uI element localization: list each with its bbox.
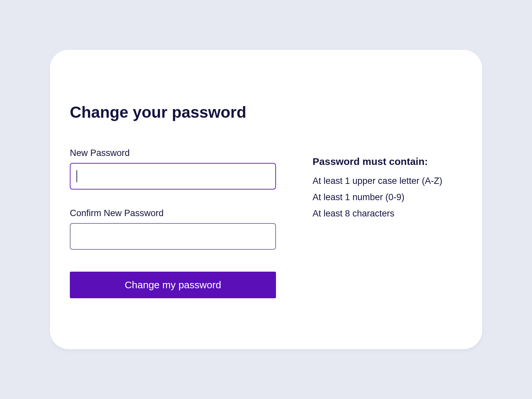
new-password-label: New Password (70, 148, 276, 158)
password-rules: Password must contain: At least 1 upper … (313, 148, 462, 225)
rules-heading: Password must contain: (313, 156, 462, 167)
new-password-input[interactable] (70, 163, 276, 190)
new-password-group: New Password (70, 148, 276, 190)
page-title: Change your password (70, 103, 462, 121)
new-password-input-wrap (70, 163, 276, 190)
password-form: New Password Confirm New Password Change… (70, 148, 276, 298)
text-cursor-icon (76, 170, 77, 182)
change-password-card: Change your password New Password Confir… (50, 50, 482, 349)
rules-list: At least 1 upper case letter (A-Z) At le… (313, 176, 462, 219)
rule-item: At least 1 number (0-9) (313, 192, 462, 202)
change-password-button[interactable]: Change my password (70, 272, 276, 298)
confirm-password-label: Confirm New Password (70, 208, 276, 218)
confirm-password-group: Confirm New Password (70, 208, 276, 250)
content-row: New Password Confirm New Password Change… (70, 148, 462, 298)
confirm-password-input[interactable] (70, 223, 276, 250)
rule-item: At least 8 characters (313, 208, 462, 219)
rule-item: At least 1 upper case letter (A-Z) (313, 176, 462, 186)
